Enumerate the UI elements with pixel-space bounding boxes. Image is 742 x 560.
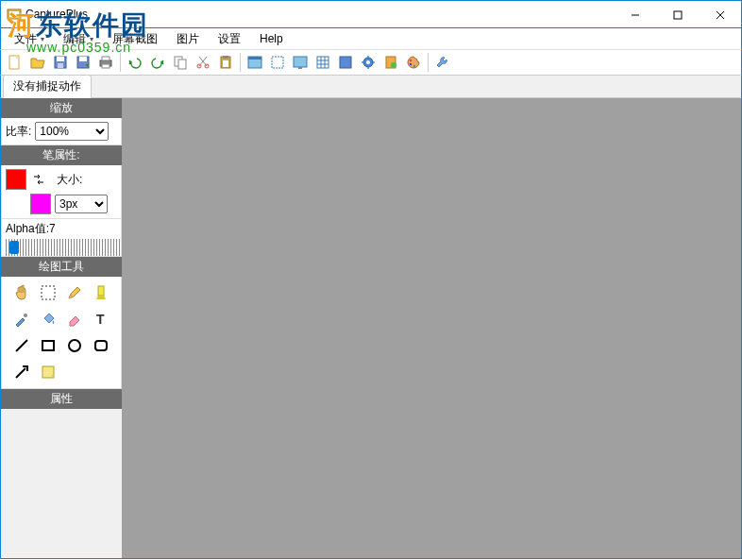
tab-no-capture[interactable]: 没有捕捉动作 bbox=[3, 75, 92, 98]
canvas-area[interactable] bbox=[122, 98, 741, 558]
svg-rect-25 bbox=[248, 57, 261, 59]
svg-line-50 bbox=[16, 340, 27, 351]
redo-icon[interactable] bbox=[147, 52, 168, 73]
undo-icon[interactable] bbox=[125, 52, 145, 73]
menu-image[interactable]: 图片 bbox=[169, 29, 207, 49]
capture-window-icon[interactable] bbox=[245, 52, 265, 73]
svg-rect-16 bbox=[178, 59, 186, 69]
wrench-icon[interactable] bbox=[432, 52, 453, 73]
line-icon[interactable] bbox=[9, 333, 34, 358]
toolbar bbox=[0, 49, 742, 76]
alpha-slider-thumb[interactable] bbox=[9, 241, 19, 254]
props-header: 属性 bbox=[1, 389, 122, 409]
pen-size-select[interactable]: 3px bbox=[55, 195, 108, 213]
zoom-select[interactable]: 100% bbox=[35, 122, 109, 141]
grid-icon[interactable] bbox=[312, 52, 333, 73]
copy-icon[interactable] bbox=[170, 52, 191, 73]
tools-grid: T bbox=[1, 277, 122, 389]
palette-icon[interactable] bbox=[403, 52, 424, 73]
minimize-button[interactable] bbox=[614, 1, 656, 28]
svg-line-54 bbox=[16, 368, 25, 378]
alpha-value: 7 bbox=[49, 222, 56, 235]
zoom-header: 缩放 bbox=[1, 98, 122, 118]
menu-file[interactable]: 文件▾ bbox=[7, 29, 52, 49]
rect-icon[interactable] bbox=[36, 333, 60, 358]
zoom-panel: 比率: 100% bbox=[1, 118, 122, 145]
capture-fullscreen-icon[interactable] bbox=[290, 52, 311, 73]
svg-rect-26 bbox=[272, 57, 283, 68]
circle-icon[interactable] bbox=[62, 333, 87, 358]
marquee-icon[interactable] bbox=[36, 280, 60, 305]
swap-colors-icon[interactable] bbox=[30, 171, 47, 188]
svg-point-37 bbox=[367, 56, 369, 58]
capture-region-icon[interactable] bbox=[267, 52, 288, 73]
svg-rect-9 bbox=[58, 63, 63, 68]
maximize-button[interactable] bbox=[656, 1, 699, 28]
print-icon[interactable] bbox=[95, 52, 116, 73]
svg-rect-55 bbox=[42, 366, 54, 378]
svg-rect-1 bbox=[9, 11, 19, 17]
svg-rect-23 bbox=[223, 60, 228, 67]
svg-point-45 bbox=[413, 65, 415, 67]
open-icon[interactable] bbox=[27, 52, 48, 73]
toolbar-separator bbox=[428, 53, 429, 72]
svg-rect-34 bbox=[340, 57, 351, 68]
svg-rect-3 bbox=[674, 11, 682, 19]
new-doc-icon[interactable] bbox=[5, 52, 25, 73]
tabstrip: 没有捕捉动作 bbox=[0, 76, 742, 98]
alpha-panel: Alpha值:7 bbox=[1, 219, 122, 257]
hand-icon[interactable] bbox=[9, 280, 34, 305]
menu-settings[interactable]: 设置 bbox=[211, 29, 248, 49]
svg-point-36 bbox=[366, 60, 370, 64]
text-icon[interactable]: T bbox=[89, 307, 113, 331]
toolbar-separator bbox=[120, 53, 121, 72]
sidebar: 缩放 比率: 100% 笔属性: 大小: 3px Alpha值:7 bbox=[1, 98, 122, 558]
titlebar: CapturePlus bbox=[0, 0, 742, 28]
bucket-icon[interactable] bbox=[36, 307, 60, 331]
clipboard-icon[interactable] bbox=[380, 52, 401, 73]
zoom-ratio-label: 比率: bbox=[6, 124, 31, 140]
paste-icon[interactable] bbox=[215, 52, 236, 73]
svg-rect-29 bbox=[317, 57, 329, 68]
alpha-label: Alpha值: bbox=[6, 222, 49, 235]
svg-rect-11 bbox=[79, 57, 87, 61]
close-button[interactable] bbox=[699, 1, 741, 28]
svg-rect-8 bbox=[57, 57, 64, 61]
svg-point-43 bbox=[410, 59, 412, 61]
menu-edit[interactable]: 编辑▾ bbox=[56, 29, 101, 49]
svg-rect-13 bbox=[102, 57, 110, 60]
background-color-swatch[interactable] bbox=[30, 194, 51, 214]
svg-rect-46 bbox=[42, 286, 55, 299]
highlighter-icon[interactable] bbox=[89, 280, 113, 305]
svg-rect-28 bbox=[298, 67, 302, 69]
svg-rect-22 bbox=[223, 56, 228, 59]
eyedropper-icon[interactable] bbox=[9, 307, 34, 331]
foreground-color-swatch[interactable] bbox=[6, 169, 26, 190]
menu-capture[interactable]: 屏幕截图 bbox=[105, 29, 165, 49]
cut-icon[interactable] bbox=[193, 52, 213, 73]
toolbar-separator bbox=[240, 53, 241, 72]
alpha-slider[interactable] bbox=[6, 239, 121, 256]
rounded-rect-icon[interactable] bbox=[89, 333, 113, 358]
menu-help[interactable]: Help bbox=[252, 30, 291, 47]
arrow-icon[interactable] bbox=[9, 360, 34, 384]
fit-icon[interactable] bbox=[335, 52, 356, 73]
eraser-icon[interactable] bbox=[62, 307, 87, 331]
settings-gear-icon[interactable] bbox=[358, 52, 379, 73]
svg-rect-47 bbox=[98, 286, 104, 296]
svg-rect-27 bbox=[294, 57, 307, 67]
save-icon[interactable] bbox=[50, 52, 71, 73]
svg-point-39 bbox=[362, 61, 363, 63]
save-as-icon[interactable] bbox=[73, 52, 93, 73]
svg-point-38 bbox=[367, 67, 369, 69]
svg-point-40 bbox=[373, 61, 375, 63]
svg-point-48 bbox=[24, 314, 27, 317]
svg-point-44 bbox=[410, 63, 412, 65]
svg-point-42 bbox=[391, 62, 396, 68]
main-area: 缩放 比率: 100% 笔属性: 大小: 3px Alpha值:7 bbox=[0, 98, 742, 559]
svg-rect-51 bbox=[42, 341, 54, 350]
pencil-icon[interactable] bbox=[62, 280, 87, 305]
note-icon[interactable] bbox=[36, 360, 60, 384]
window-title: CapturePlus bbox=[25, 8, 88, 21]
menubar: 文件▾ 编辑▾ 屏幕截图 图片 设置 Help bbox=[0, 28, 742, 49]
